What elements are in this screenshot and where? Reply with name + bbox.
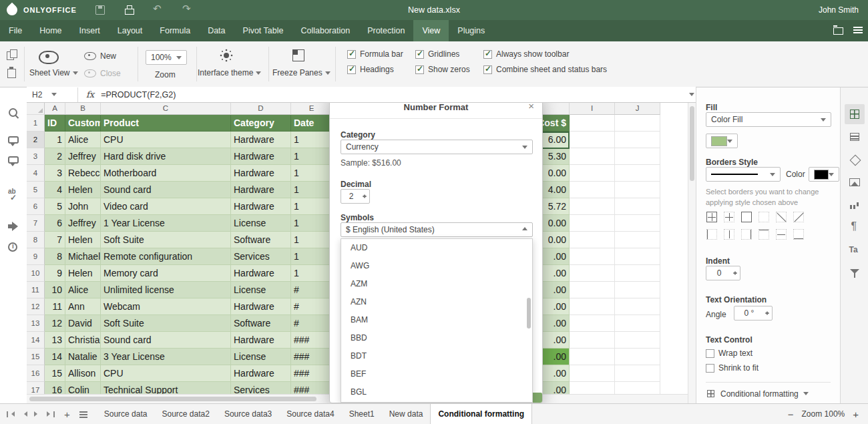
row-header-5[interactable]: 5 bbox=[27, 182, 45, 198]
cell-a6[interactable]: 5 bbox=[45, 198, 65, 215]
cell-a14[interactable]: 13 bbox=[45, 332, 65, 349]
image-settings-button[interactable] bbox=[845, 172, 865, 192]
cell-b9[interactable]: Michael bbox=[65, 248, 101, 265]
fill-type-select[interactable]: Color Fill bbox=[706, 112, 831, 127]
border-center-horizontal-button[interactable] bbox=[775, 228, 787, 240]
cell-j9[interactable] bbox=[615, 248, 660, 265]
checkbox-always-show-toolbar[interactable]: Always show toolbar bbox=[483, 49, 607, 59]
cell-a7[interactable]: 6 bbox=[45, 215, 65, 232]
sheet-tab-sheet1[interactable]: Sheet1 bbox=[342, 404, 382, 424]
cell-j5[interactable] bbox=[615, 182, 660, 198]
border-inside-button[interactable] bbox=[723, 211, 735, 223]
symbols-select[interactable]: $ English (United States) bbox=[341, 222, 533, 237]
row-header-4[interactable]: 4 bbox=[27, 165, 45, 182]
interface-theme-button[interactable]: Interface theme bbox=[198, 68, 261, 77]
tab-data[interactable]: Data bbox=[199, 20, 234, 41]
new-sheet-view-button[interactable]: New bbox=[84, 51, 116, 61]
cell-c9[interactable]: Remote configuration bbox=[101, 248, 231, 265]
cell-d16[interactable]: Hardware bbox=[231, 365, 291, 382]
last-sheet-button[interactable] bbox=[47, 411, 55, 417]
cell-a9[interactable]: 8 bbox=[45, 248, 65, 265]
symbols-option-bbd[interactable]: BBD bbox=[341, 329, 532, 347]
paragraph-settings-button[interactable] bbox=[845, 218, 865, 238]
cell-a1[interactable]: ID bbox=[45, 115, 65, 132]
cell-e16[interactable]: ### bbox=[291, 365, 333, 382]
feedback-button[interactable] bbox=[3, 216, 23, 236]
checkbox-headings[interactable]: Headings bbox=[347, 65, 403, 74]
cell-b17[interactable]: Colin bbox=[65, 382, 101, 394]
spinner-down-icon[interactable] bbox=[765, 312, 769, 317]
row-header-3[interactable]: 3 bbox=[27, 148, 45, 165]
zoom-select[interactable]: 100% bbox=[146, 50, 187, 65]
cell-d2[interactable]: Hardware bbox=[231, 132, 291, 148]
vertical-scrollbar-thumb[interactable] bbox=[690, 106, 694, 181]
cell-d14[interactable]: Hardware bbox=[231, 332, 291, 349]
indent-spinner[interactable]: 0 bbox=[706, 266, 740, 280]
row-header-6[interactable]: 6 bbox=[27, 198, 45, 215]
cell-b16[interactable]: Allison bbox=[65, 365, 101, 382]
row-header-17[interactable]: 17 bbox=[27, 382, 45, 394]
row-header-2[interactable]: 2 bbox=[27, 132, 45, 148]
tab-home[interactable]: Home bbox=[31, 20, 70, 41]
cell-j7[interactable] bbox=[615, 215, 660, 232]
zoom-out-button[interactable]: − bbox=[788, 409, 794, 420]
symbols-option-azm[interactable]: AZM bbox=[341, 275, 532, 293]
formula-input[interactable]: =PRODUCT(F2,G2) bbox=[101, 90, 689, 99]
cell-i15[interactable] bbox=[570, 349, 615, 365]
cell-a15[interactable]: 14 bbox=[45, 349, 65, 365]
cell-j15[interactable] bbox=[615, 349, 660, 365]
cell-j11[interactable] bbox=[615, 282, 660, 298]
cell-i17[interactable] bbox=[570, 382, 615, 394]
cell-e2[interactable]: 1 bbox=[291, 132, 333, 148]
cell-a3[interactable]: 2 bbox=[45, 148, 65, 165]
cell-d9[interactable]: Services bbox=[231, 248, 291, 265]
cell-d13[interactable]: Software bbox=[231, 315, 291, 332]
border-none-button[interactable] bbox=[758, 211, 770, 223]
cell-d3[interactable]: Hardware bbox=[231, 148, 291, 165]
shrink-to-fit-checkbox[interactable]: Shrink to fit bbox=[706, 363, 758, 373]
cell-b2[interactable]: Alice bbox=[65, 132, 101, 148]
symbols-option-bef[interactable]: BEF bbox=[341, 365, 532, 383]
first-sheet-button[interactable] bbox=[7, 411, 15, 417]
tab-pivot-table[interactable]: Pivot Table bbox=[234, 20, 292, 41]
fill-color-button[interactable] bbox=[706, 134, 738, 148]
sheet-tab-new-data[interactable]: New data bbox=[382, 404, 431, 424]
cell-e14[interactable]: ### bbox=[291, 332, 333, 349]
cell-b11[interactable]: Alice bbox=[65, 282, 101, 298]
row-header-11[interactable]: 11 bbox=[27, 282, 45, 298]
decimal-spinner[interactable]: 2 bbox=[341, 189, 370, 204]
previous-sheet-button[interactable] bbox=[21, 411, 27, 417]
symbols-option-azn[interactable]: AZN bbox=[341, 293, 532, 311]
cell-d8[interactable]: Software bbox=[231, 232, 291, 248]
tab-plugins[interactable]: Plugins bbox=[449, 20, 493, 41]
cell-c5[interactable]: Sound card bbox=[101, 182, 231, 198]
freeze-panes-button[interactable]: Freeze Panes bbox=[272, 68, 331, 77]
cell-a5[interactable]: 4 bbox=[45, 182, 65, 198]
checkbox-formula-bar[interactable]: Formula bar bbox=[347, 49, 403, 59]
cell-c4[interactable]: Motherboard bbox=[101, 165, 231, 182]
tab-formula[interactable]: Formula bbox=[151, 20, 199, 41]
sheet-tab-source-data[interactable]: Source data bbox=[97, 404, 155, 424]
cell-j2[interactable] bbox=[615, 132, 660, 148]
zoom-in-button[interactable]: + bbox=[853, 409, 859, 420]
slicer-settings-button[interactable] bbox=[845, 263, 865, 283]
chat-button[interactable] bbox=[3, 151, 23, 171]
cell-e1[interactable]: Date bbox=[291, 115, 333, 132]
sheet-list-button[interactable] bbox=[78, 409, 89, 419]
conditional-formatting-button[interactable]: Conditional formatting bbox=[706, 389, 809, 399]
search-button[interactable] bbox=[3, 103, 23, 123]
cell-c16[interactable]: CPU bbox=[101, 365, 231, 382]
sheet-tab-source-data2[interactable]: Source data2 bbox=[154, 404, 216, 424]
cell-a16[interactable]: 15 bbox=[45, 365, 65, 382]
close-sheet-view-button[interactable]: Close bbox=[84, 69, 121, 78]
cell-a2[interactable]: 1 bbox=[45, 132, 65, 148]
border-center-vertical-button[interactable] bbox=[723, 228, 735, 240]
cell-e10[interactable]: 1 bbox=[291, 265, 333, 282]
cell-e15[interactable]: ### bbox=[291, 349, 333, 365]
checkbox-gridlines[interactable]: Gridlines bbox=[415, 49, 470, 59]
cell-i7[interactable] bbox=[570, 215, 615, 232]
tab-protection[interactable]: Protection bbox=[359, 20, 413, 41]
copy-button[interactable] bbox=[5, 48, 20, 63]
table-settings-button[interactable] bbox=[845, 127, 865, 147]
cell-c14[interactable]: Sound card bbox=[101, 332, 231, 349]
